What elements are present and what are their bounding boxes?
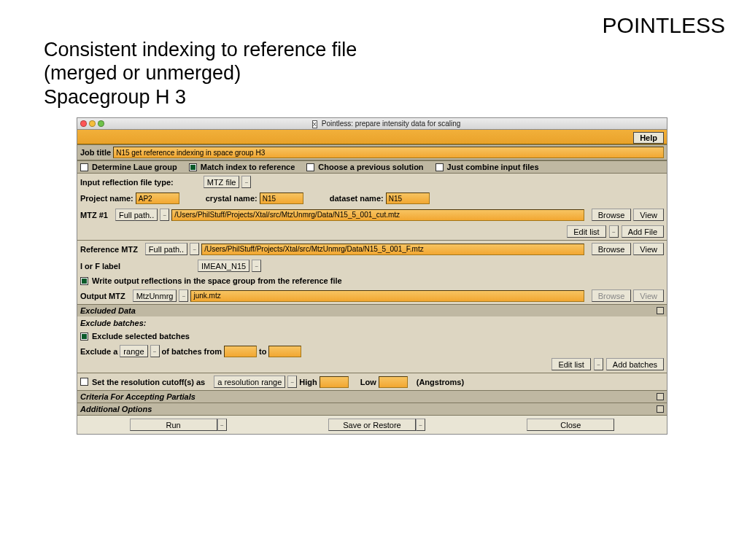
combine-checkbox[interactable] bbox=[436, 163, 444, 171]
help-button[interactable]: Help bbox=[633, 132, 664, 144]
ref-mtz-row: Reference MTZ Full path.. – Browse View bbox=[77, 240, 667, 257]
iorf-label: I or F label bbox=[80, 262, 120, 271]
mtz1-path-input[interactable] bbox=[171, 209, 584, 221]
browse-button[interactable]: Browse bbox=[592, 289, 632, 302]
run-button[interactable]: Run bbox=[130, 419, 217, 431]
chevron-down-icon[interactable]: – bbox=[160, 209, 169, 221]
add-file-button[interactable]: Add File bbox=[622, 225, 664, 238]
save-restore-button[interactable]: Save or Restore bbox=[328, 419, 416, 431]
exclude-selected-label: Exclude selected batches bbox=[92, 332, 190, 341]
partials-label: Criteria For Accepting Partials bbox=[80, 392, 196, 401]
batch-from-input[interactable] bbox=[224, 346, 257, 357]
mode-row: Determine Laue group Match index to refe… bbox=[77, 160, 667, 174]
chevron-down-icon[interactable]: – bbox=[416, 419, 425, 431]
batch-to-input[interactable] bbox=[268, 346, 301, 357]
chevron-down-icon[interactable]: – bbox=[190, 243, 199, 255]
write-sg-checkbox[interactable] bbox=[80, 277, 88, 285]
exclude-selected-checkbox[interactable] bbox=[80, 332, 88, 341]
chevron-down-icon[interactable]: – bbox=[241, 176, 251, 188]
crystal-label: crystal name: bbox=[206, 194, 258, 203]
low-label: Low bbox=[360, 378, 376, 386]
view-button[interactable]: View bbox=[633, 243, 664, 255]
resolution-mode-select[interactable]: a resolution range bbox=[214, 376, 285, 388]
chevron-down-icon[interactable]: – bbox=[594, 358, 603, 370]
editlist-row-batches: Edit list – Add batches bbox=[77, 356, 667, 373]
x-marker-icon: X bbox=[312, 120, 317, 128]
chevron-down-icon[interactable]: – bbox=[150, 345, 160, 357]
collapse-icon[interactable] bbox=[657, 405, 664, 413]
window-title-text: Pointless: prepare intensity data for sc… bbox=[322, 120, 461, 128]
to-label: to bbox=[259, 347, 266, 356]
exclude-a-label: Exclude a bbox=[80, 347, 117, 356]
choose-checkbox[interactable] bbox=[306, 163, 314, 171]
zoom-icon[interactable] bbox=[98, 120, 104, 127]
output-file-input[interactable] bbox=[190, 290, 584, 302]
app-window: X Pointless: prepare intensity data for … bbox=[77, 117, 667, 435]
minimize-icon[interactable] bbox=[89, 120, 96, 127]
additional-header: Additional Options bbox=[77, 402, 667, 415]
chevron-down-icon[interactable]: – bbox=[179, 289, 188, 302]
iorf-select[interactable]: IMEAN_N15 bbox=[198, 260, 249, 272]
iorf-row: I or F label IMEAN_N15 – bbox=[77, 257, 667, 274]
filetype-row: Input reflection file type: MTZ file – bbox=[77, 174, 667, 190]
slide-title: POINTLESS bbox=[0, 0, 747, 38]
filetype-select[interactable]: MTZ file bbox=[204, 176, 240, 188]
chevron-down-icon[interactable]: – bbox=[287, 376, 297, 388]
mtz1-label: MTZ #1 bbox=[80, 211, 108, 219]
output-row: Output MTZ MtzUnmrg – Browse View bbox=[77, 287, 667, 304]
match-checkbox[interactable] bbox=[189, 163, 197, 171]
job-title-row: Job title bbox=[77, 144, 667, 160]
project-row: Project name: crystal name: dataset name… bbox=[77, 190, 667, 206]
dataset-label: dataset name: bbox=[330, 194, 384, 203]
mtz1-row: MTZ #1 Full path.. – Browse View bbox=[77, 206, 667, 223]
crystal-input[interactable] bbox=[260, 192, 303, 204]
output-label: Output MTZ bbox=[80, 292, 125, 300]
window-controls[interactable] bbox=[80, 120, 104, 127]
project-input[interactable] bbox=[136, 192, 179, 204]
titlebar[interactable]: X Pointless: prepare intensity data for … bbox=[77, 118, 667, 130]
ref-path-input[interactable] bbox=[201, 244, 584, 255]
units-label: (Angstroms) bbox=[417, 378, 464, 386]
range-select[interactable]: range bbox=[120, 345, 147, 357]
exclude-range-row: Exclude a range – of batches from to bbox=[77, 343, 667, 356]
dataset-input[interactable] bbox=[386, 192, 430, 204]
choose-label: Choose a previous solution bbox=[318, 163, 423, 171]
close-button[interactable]: Close bbox=[527, 419, 614, 431]
browse-button[interactable]: Browse bbox=[592, 209, 632, 221]
edit-list-button[interactable]: Edit list bbox=[551, 358, 590, 370]
laue-checkbox[interactable] bbox=[80, 163, 88, 171]
subtitle-line-1: Consistent indexing to reference file bbox=[44, 39, 357, 61]
browse-button[interactable]: Browse bbox=[592, 243, 632, 255]
mtz1-pathmode-select[interactable]: Full path.. bbox=[115, 209, 158, 221]
chevron-down-icon[interactable]: – bbox=[609, 225, 619, 238]
edit-list-button[interactable]: Edit list bbox=[567, 225, 605, 238]
job-title-input[interactable] bbox=[113, 147, 664, 158]
view-button[interactable]: View bbox=[633, 209, 664, 221]
close-icon[interactable] bbox=[80, 120, 87, 127]
high-label: High bbox=[299, 378, 317, 386]
excluded-data-label: Excluded Data bbox=[80, 306, 136, 315]
high-input[interactable] bbox=[320, 376, 349, 388]
resolution-row: Set the resolution cutoff(s) as a resolu… bbox=[77, 373, 667, 390]
chevron-down-icon[interactable]: – bbox=[217, 419, 227, 431]
chevron-down-icon[interactable]: – bbox=[252, 260, 261, 272]
collapse-icon[interactable] bbox=[657, 393, 664, 400]
resolution-label: Set the resolution cutoff(s) as bbox=[92, 378, 205, 386]
view-button[interactable]: View bbox=[633, 289, 664, 302]
resolution-checkbox[interactable] bbox=[80, 378, 88, 386]
subtitle-line-2: (merged or unmerged) bbox=[44, 62, 241, 84]
slide-subtitle: Consistent indexing to reference file (m… bbox=[44, 38, 747, 109]
ref-pathmode-select[interactable]: Full path.. bbox=[145, 243, 187, 255]
subtitle-line-3: Spacegroup H 3 bbox=[44, 86, 186, 108]
add-batches-button[interactable]: Add batches bbox=[606, 358, 664, 370]
exclude-batches-label: Exclude batches: bbox=[80, 319, 146, 327]
project-label: Project name: bbox=[80, 194, 133, 203]
output-base-select[interactable]: MtzUnmrg bbox=[133, 289, 177, 302]
exclude-batches-heading: Exclude batches: bbox=[77, 316, 667, 330]
filetype-label: Input reflection file type: bbox=[80, 178, 174, 187]
excluded-data-header: Excluded Data bbox=[77, 304, 667, 316]
partials-header: Criteria For Accepting Partials bbox=[77, 390, 667, 402]
low-input[interactable] bbox=[379, 376, 408, 388]
collapse-icon[interactable] bbox=[657, 307, 664, 314]
match-label: Match index to reference bbox=[201, 163, 295, 171]
